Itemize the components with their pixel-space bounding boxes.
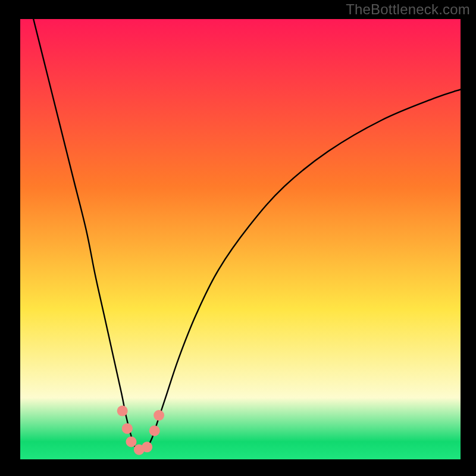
watermark-text: TheBottleneck.com [346, 1, 470, 18]
curve-marker [154, 410, 164, 421]
curve-marker [126, 436, 136, 447]
chart-frame: TheBottleneck.com [0, 0, 476, 476]
gradient-background [20, 19, 461, 459]
bottleneck-plot [20, 19, 461, 459]
curve-marker [122, 423, 133, 434]
curve-marker [149, 425, 160, 436]
curve-marker [142, 441, 152, 452]
plot-area [20, 19, 461, 459]
curve-marker [117, 406, 128, 416]
